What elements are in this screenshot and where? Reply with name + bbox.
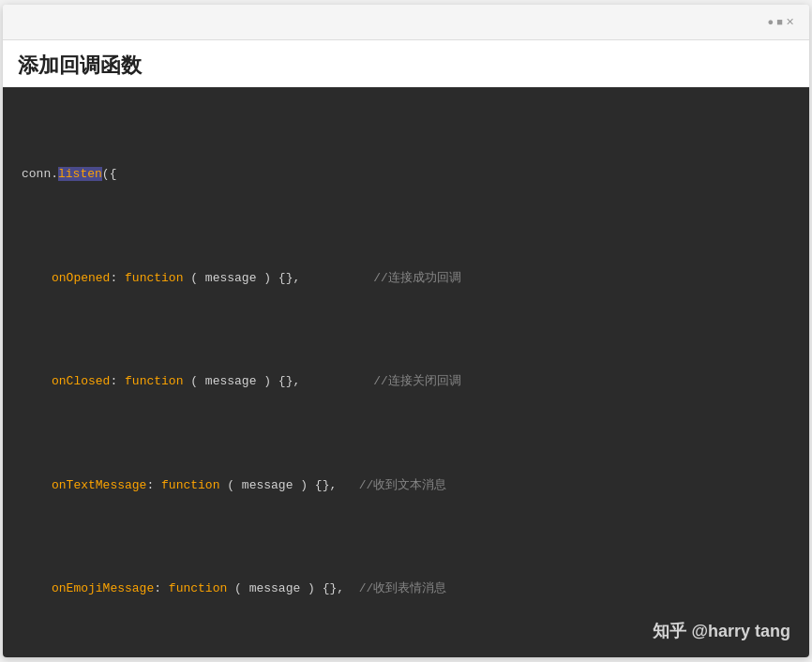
code-line: onClosed: function ( message ) {}, //连接关… (22, 371, 790, 392)
code-line: onOpened: function ( message ) {}, //连接成… (22, 268, 790, 289)
code-line: onEmojiMessage: function ( message ) {},… (22, 579, 790, 599)
page-title: 添加回调函数 (3, 40, 809, 87)
watermark: 知乎 @harry tang (653, 620, 790, 642)
window-controls[interactable]: ● ■ ✕ (768, 16, 794, 28)
code-block: conn.listen({ onOpened: function ( messa… (22, 102, 790, 657)
title-bar: ● ■ ✕ (3, 5, 809, 40)
code-container: conn.listen({ onOpened: function ( messa… (3, 87, 809, 657)
code-line: conn.listen({ (22, 164, 790, 185)
code-line: onTextMessage: function ( message ) {}, … (22, 475, 790, 496)
main-window: ● ■ ✕ 添加回调函数 conn.listen({ onOpened: fun… (3, 5, 809, 657)
